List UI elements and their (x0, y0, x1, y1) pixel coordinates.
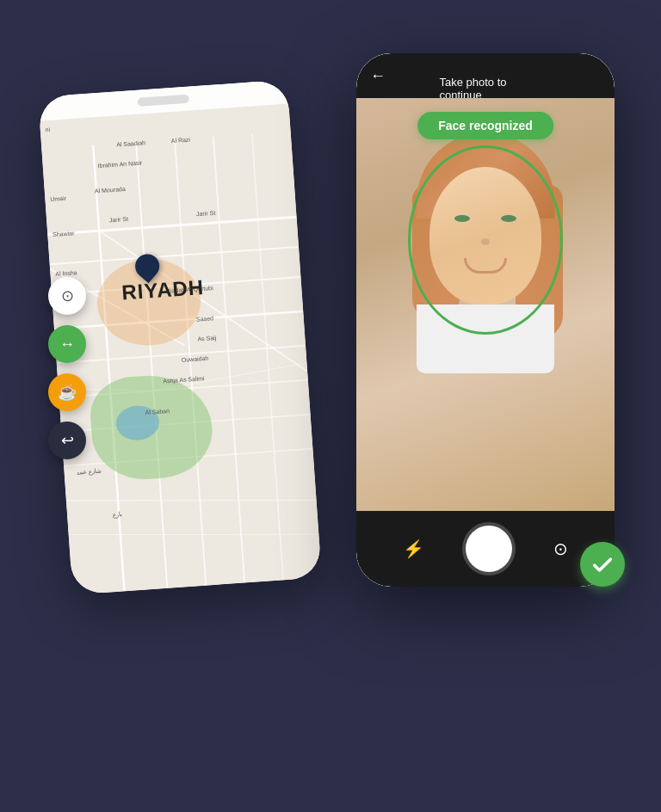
camera-controls: ⚡ ⊙ (356, 511, 615, 587)
camera-top-bar: ← Take photo to continue (356, 53, 615, 98)
map-pin (134, 254, 160, 280)
scene: RIYADH Al Saadiah Ibrahim An Nasir Al Mo… (38, 36, 623, 776)
camera-phone: ← Take photo to continue (356, 53, 615, 587)
coffee-icon-button[interactable]: ☕ (48, 373, 86, 411)
street-label: Saaed (196, 315, 214, 322)
location-icon-button[interactable]: ⊙ (48, 277, 86, 315)
svg-line-11 (136, 142, 167, 588)
svg-line-10 (93, 145, 124, 591)
flip-camera-button[interactable]: ⊙ (553, 538, 568, 559)
check-badge (580, 542, 625, 587)
flash-button[interactable]: ⚡ (403, 538, 424, 559)
back-icon-button[interactable]: ↩ (48, 421, 86, 459)
back-button[interactable]: ← (370, 67, 386, 85)
street-label: Umair (50, 195, 66, 202)
street-label: ni (45, 126, 50, 132)
swap-icon-button[interactable]: ↔ (48, 325, 86, 363)
checkmark-icon (590, 552, 615, 576)
street-label: بارع (112, 511, 122, 519)
phone-notch (137, 95, 189, 107)
shutter-button[interactable] (466, 526, 512, 572)
sidebar-icons: ⊙ ↔ ☕ ↩ (48, 277, 86, 459)
camera-view: Face recognized (356, 98, 615, 511)
face-recognized-banner: Face recognized (417, 112, 553, 139)
face-oval (408, 145, 563, 335)
svg-line-13 (213, 137, 244, 583)
svg-line-14 (252, 134, 283, 581)
